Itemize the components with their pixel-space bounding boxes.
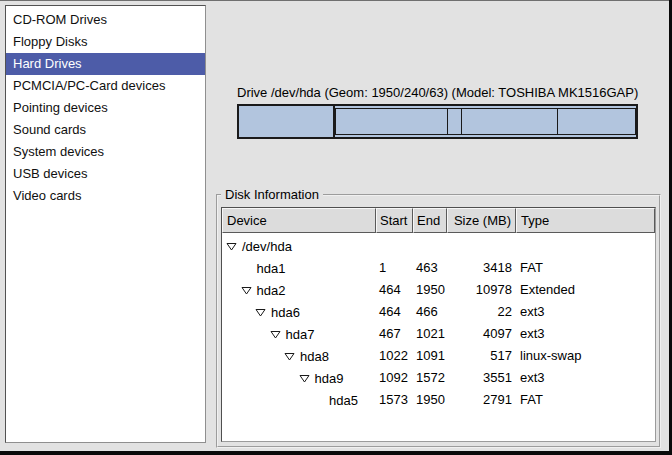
extended-partition-box (335, 108, 636, 135)
device-label: hda1 (257, 261, 286, 276)
window-bottom-edge (0, 451, 672, 455)
window-top-edge (0, 0, 672, 1)
tree-expander-icon[interactable] (255, 302, 271, 323)
device-label: hda6 (271, 305, 300, 320)
size-cell: 10978 (447, 279, 516, 301)
device-cell: hda5 (222, 389, 376, 411)
device-label: hda8 (300, 349, 329, 364)
sidebar-item-usb-devices[interactable]: USB devices (6, 163, 205, 185)
start-cell: 1 (376, 257, 413, 279)
end-cell: 1950 (413, 389, 447, 411)
size-cell: 22 (447, 301, 516, 323)
table-row-hda1[interactable]: hda114633418FAT (222, 257, 655, 279)
table-row-hda6[interactable]: hda646446622ext3 (222, 301, 655, 323)
size-cell: 3551 (447, 367, 516, 389)
partition-map-bar (237, 104, 638, 139)
device-cell: hda7 (222, 323, 376, 345)
type-cell: ext3 (516, 323, 655, 345)
sidebar-item-cd-rom-drives[interactable]: CD-ROM Drives (6, 9, 205, 31)
table-row--dev-hda[interactable]: /dev/hda (222, 235, 655, 257)
device-category-list[interactable]: CD-ROM DrivesFloppy DisksHard DrivesPCMC… (5, 5, 206, 443)
column-header-device[interactable]: Device (222, 208, 376, 233)
end-cell: 1572 (413, 367, 447, 389)
logical-partition-boundary (557, 109, 558, 134)
type-cell: ext3 (516, 301, 655, 323)
tree-expander-icon[interactable] (241, 280, 257, 301)
size-cell: 517 (447, 345, 516, 367)
hardware-browser-window: CD-ROM DrivesFloppy DisksHard DrivesPCMC… (0, 0, 672, 455)
device-cell: hda8 (222, 345, 376, 367)
start-cell: 464 (376, 279, 413, 301)
type-cell: ext3 (516, 367, 655, 389)
start-cell: 467 (376, 323, 413, 345)
tree-expander-icon[interactable] (226, 236, 242, 257)
type-cell: FAT (516, 389, 655, 411)
start-cell: 1092 (376, 367, 413, 389)
size-cell: 3418 (447, 257, 516, 279)
type-cell: Extended (516, 279, 655, 301)
tree-expander-icon[interactable] (270, 324, 286, 345)
table-row-hda9[interactable]: hda9109215723551ext3 (222, 367, 655, 389)
table-row-hda7[interactable]: hda746710214097ext3 (222, 323, 655, 345)
type-cell: FAT (516, 257, 655, 279)
device-label: hda5 (329, 393, 358, 408)
logical-partition-boundary (447, 109, 448, 134)
table-row-hda8[interactable]: hda810221091517linux-swap (222, 345, 655, 367)
end-cell: 466 (413, 301, 447, 323)
sidebar-item-pointing-devices[interactable]: Pointing devices (6, 97, 205, 119)
device-cell: hda1 (222, 257, 376, 279)
sidebar-item-video-cards[interactable]: Video cards (6, 185, 205, 207)
device-cell: hda6 (222, 301, 376, 323)
table-row-hda5[interactable]: hda5157319502791FAT (222, 389, 655, 411)
type-cell: linux-swap (516, 345, 655, 367)
sidebar-item-hard-drives[interactable]: Hard Drives (6, 53, 205, 75)
sidebar-item-system-devices[interactable]: System devices (6, 141, 205, 163)
start-cell: 1573 (376, 389, 413, 411)
device-label: hda9 (315, 371, 344, 386)
type-cell (516, 235, 655, 257)
size-cell (447, 235, 516, 257)
sidebar-item-pcmcia-pc-card-devices[interactable]: PCMCIA/PC-Card devices (6, 75, 205, 97)
partition-table: DeviceStartEndSize (MB)Type /dev/hdahda1… (221, 207, 656, 442)
start-cell: 464 (376, 301, 413, 323)
table-row-hda2[interactable]: hda2464195010978Extended (222, 279, 655, 301)
device-cell: /dev/hda (222, 235, 376, 257)
end-cell: 1091 (413, 345, 447, 367)
drive-geometry-label: Drive /dev/hda (Geom: 1950/240/63) (Mode… (237, 85, 638, 100)
size-cell: 4097 (447, 323, 516, 345)
column-header-start[interactable]: Start (376, 208, 413, 233)
device-cell: hda9 (222, 367, 376, 389)
sidebar-item-floppy-disks[interactable]: Floppy Disks (6, 31, 205, 53)
start-cell (376, 235, 413, 257)
end-cell: 1950 (413, 279, 447, 301)
start-cell: 1022 (376, 345, 413, 367)
end-cell: 1021 (413, 323, 447, 345)
tree-expander-icon[interactable] (299, 368, 315, 389)
sidebar-item-sound-cards[interactable]: Sound cards (6, 119, 205, 141)
end-cell (413, 235, 447, 257)
disk-information-frame-label: Disk Information (221, 187, 323, 202)
device-label: hda7 (286, 327, 315, 342)
partition-table-header: DeviceStartEndSize (MB)Type (222, 208, 655, 233)
table-body: /dev/hdahda114633418FAThda2464195010978E… (222, 233, 655, 411)
tree-expander-icon[interactable] (284, 346, 300, 367)
column-header-end[interactable]: End (413, 208, 447, 233)
device-cell: hda2 (222, 279, 376, 301)
column-header-size-mb-[interactable]: Size (MB) (447, 208, 516, 233)
column-header-type[interactable]: Type (516, 208, 655, 233)
logical-partition-boundary (461, 109, 462, 134)
end-cell: 463 (413, 257, 447, 279)
device-label: hda2 (257, 283, 286, 298)
device-label: /dev/hda (242, 239, 292, 254)
size-cell: 2791 (447, 389, 516, 411)
